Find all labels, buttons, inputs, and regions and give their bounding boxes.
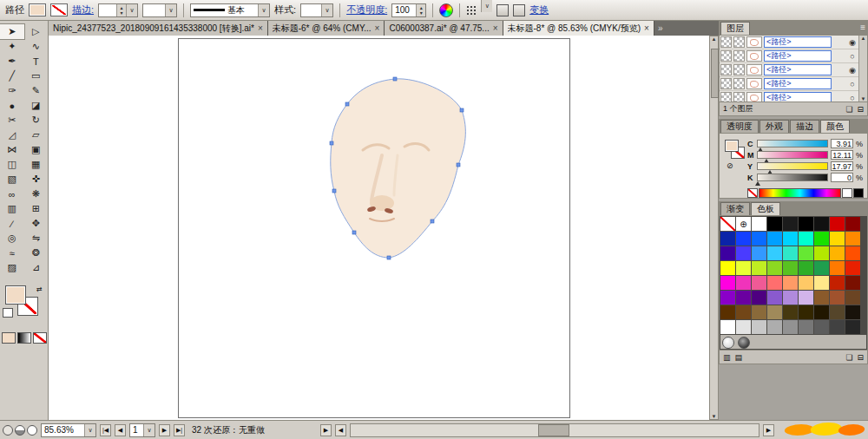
stroke-link[interactable]: 描边:	[72, 3, 94, 16]
visibility-cell[interactable]	[720, 50, 732, 62]
chevron-down-icon[interactable]: ∨	[143, 424, 155, 436]
color-swatch[interactable]	[845, 320, 860, 334]
color-swatch[interactable]	[752, 320, 766, 334]
zoom-tool[interactable]: ◎	[0, 231, 24, 246]
scroll-up-icon[interactable]: ▲	[861, 36, 866, 41]
free-transform-tool[interactable]: ▣	[24, 142, 49, 157]
artboard-tool[interactable]: ⊞	[24, 201, 49, 216]
black-radial-swatch[interactable]	[738, 337, 750, 349]
stroke-none-swatch[interactable]	[50, 3, 68, 16]
mesh-tool[interactable]: ▦	[24, 157, 49, 172]
close-icon[interactable]: ×	[644, 23, 649, 33]
hand-tool[interactable]: ✥	[24, 216, 49, 231]
swatch-kinds-icon[interactable]: ▤	[735, 353, 743, 362]
color-swatch[interactable]	[814, 246, 829, 260]
stroke-weight-combo[interactable]: ▴▾ ∨	[98, 3, 138, 17]
fill-swatch[interactable]	[725, 140, 739, 152]
gradient-mode-button[interactable]	[17, 332, 31, 344]
color-swatch[interactable]	[783, 276, 798, 290]
layer-label[interactable]: <路径>	[764, 92, 832, 102]
next-artboard-button[interactable]: ▶	[159, 424, 170, 436]
none-mode-button[interactable]	[33, 332, 47, 344]
opacity-combo[interactable]: 100 ▴▾	[391, 3, 426, 17]
tab-appearance[interactable]: 外观	[760, 120, 789, 133]
color-swatch[interactable]	[830, 276, 845, 290]
color-swatch[interactable]	[720, 320, 735, 334]
pencil-tool[interactable]: ✎	[24, 83, 49, 98]
transform-link[interactable]: 变换	[529, 3, 549, 16]
document-tab[interactable]: C06000387.ai* @ 47.75... ×	[385, 21, 503, 36]
layer-label[interactable]: <路径>	[764, 50, 832, 62]
spin-down-icon[interactable]: ▾	[420, 10, 423, 16]
color-swatch[interactable]	[736, 320, 751, 334]
lock-cell[interactable]	[733, 92, 745, 102]
new-layer-icon[interactable]: ❏	[845, 105, 852, 114]
blend-tool[interactable]: ∞	[0, 187, 24, 201]
color-swatch[interactable]	[845, 261, 860, 275]
close-icon[interactable]: ×	[375, 23, 380, 33]
pen-tool[interactable]: ✒	[0, 54, 24, 69]
rotate-tool[interactable]: ↻	[24, 113, 49, 128]
color-swatch[interactable]	[736, 305, 751, 319]
scroll-up-icon[interactable]: ▲	[712, 36, 717, 42]
scrollbar-thumb[interactable]	[538, 424, 569, 436]
color-swatch[interactable]	[736, 261, 751, 275]
tab-swatches[interactable]: 色板	[751, 202, 780, 215]
align-icon[interactable]	[466, 5, 477, 16]
color-swatch[interactable]	[783, 305, 798, 319]
document-tab[interactable]: Nipic_24377523_20180909161435338000 [转换]…	[49, 21, 268, 36]
new-swatch-icon[interactable]: ❏	[845, 353, 852, 362]
vertical-scrollbar[interactable]: ▲ ▼	[709, 36, 719, 420]
color-swatch[interactable]	[720, 261, 735, 275]
tab-overflow-icon[interactable]: »	[654, 21, 667, 36]
delete-layer-icon[interactable]: ⊟	[857, 105, 864, 114]
swap-fill-stroke-icon[interactable]: ⇄	[36, 285, 43, 293]
color-spectrum[interactable]	[759, 188, 841, 198]
zoom-combo[interactable]: 85.63% ∨	[41, 423, 96, 437]
color-swatch[interactable]	[783, 320, 798, 334]
swatch-libraries-icon[interactable]: ▥	[723, 353, 731, 362]
layer-row[interactable]: <路径> ◉	[720, 36, 858, 49]
chevron-down-icon[interactable]: ∨	[126, 4, 137, 16]
color-swatch[interactable]	[799, 217, 813, 231]
status-menu-icon[interactable]: ▶	[320, 424, 332, 436]
white-radial-swatch[interactable]	[722, 337, 734, 349]
close-icon[interactable]: ×	[493, 23, 498, 33]
color-swatch[interactable]	[767, 320, 782, 334]
color-swatch[interactable]	[799, 291, 813, 305]
screen-mode-presentation-button[interactable]	[27, 425, 37, 436]
type-tool[interactable]: T	[24, 54, 49, 69]
layer-label[interactable]: <路径>	[764, 78, 832, 89]
layer-row[interactable]: <路径> ○	[720, 77, 858, 91]
spin-down-icon[interactable]: ▾	[121, 10, 123, 16]
color-swatch[interactable]	[783, 291, 798, 305]
color-swatch[interactable]	[845, 291, 860, 305]
layers-scrollbar[interactable]: ▲ ▼	[858, 36, 867, 102]
direct-selection-tool[interactable]: ▷	[24, 24, 49, 39]
shear-tool[interactable]: ▱	[24, 128, 49, 142]
lock-cell[interactable]	[733, 36, 745, 48]
perspective-grid-tool[interactable]: ⊿	[24, 260, 49, 275]
color-swatch[interactable]	[720, 291, 735, 305]
layer-target-icon[interactable]: ○	[846, 80, 858, 88]
delete-swatch-icon[interactable]: ⊟	[857, 353, 864, 362]
color-swatch[interactable]	[845, 276, 860, 290]
first-artboard-button[interactable]: |◀	[100, 424, 111, 436]
color-swatch[interactable]	[830, 217, 845, 231]
color-swatch[interactable]	[752, 232, 766, 246]
style-combo[interactable]: ∨	[300, 3, 333, 17]
lock-cell[interactable]	[733, 78, 745, 89]
color-swatch[interactable]	[830, 246, 845, 260]
layer-target-icon[interactable]: ○	[846, 52, 858, 61]
color-swatch[interactable]	[799, 305, 813, 319]
registration-swatch[interactable]: ⊕	[736, 217, 751, 231]
brush-combo[interactable]: 基本 ∨	[190, 3, 270, 17]
cyan-slider[interactable]	[757, 140, 828, 147]
color-swatch[interactable]	[814, 291, 829, 305]
color-swatch[interactable]	[720, 305, 735, 319]
blob-brush-tool[interactable]: ●	[0, 98, 24, 113]
color-swatch[interactable]	[830, 291, 845, 305]
lock-cell[interactable]	[733, 64, 745, 75]
paintbrush-tool[interactable]: ✑	[0, 83, 24, 98]
panel-menu-icon[interactable]: ≡	[860, 23, 865, 32]
